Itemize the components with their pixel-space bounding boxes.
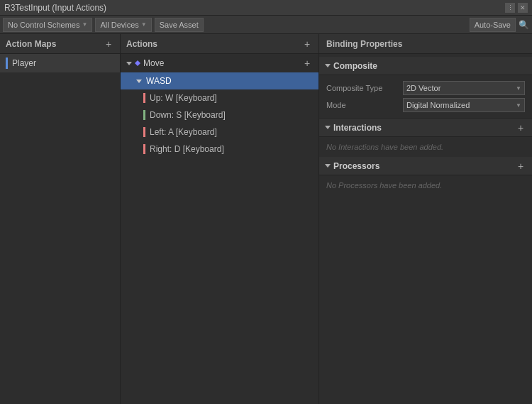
binding-properties-panel: Binding Properties Composite Composite T… [319, 34, 532, 404]
toolbar: No Control Schemes ▼ All Devices ▼ Save … [0, 16, 532, 34]
main-content: Action Maps + Player Actions + Move + [0, 34, 532, 404]
composite-mode-row: Mode Digital Normalized ▼ [326, 97, 525, 114]
action-maps-title: Action Maps [6, 39, 56, 49]
composite-section-title: Composite [333, 61, 377, 71]
control-schemes-chevron: ▼ [82, 21, 88, 28]
more-options-button[interactable]: ⋮ [505, 3, 515, 13]
interactions-header-left: Interactions [325, 123, 382, 133]
toolbar-search: Auto-Save 🔍 [470, 18, 529, 32]
action-map-item[interactable]: Player [0, 54, 120, 72]
composite-section-header: Composite [319, 57, 532, 75]
action-map-label: Player [12, 58, 36, 68]
action-item-wasd[interactable]: WASD [121, 72, 318, 89]
composite-type-dropdown[interactable]: 2D Vector ▼ [403, 81, 525, 95]
interactions-section-title: Interactions [333, 123, 382, 133]
all-devices-button[interactable]: All Devices ▼ [95, 18, 151, 32]
action-item-down[interactable]: Down: S [Keyboard] [121, 107, 318, 124]
processors-content: No Processors have been added. [319, 175, 532, 195]
processors-expand-icon [325, 164, 331, 168]
binding-color-up [143, 93, 145, 103]
processors-header-left: Processors [325, 161, 379, 171]
composite-mode-label: Mode [326, 101, 397, 109]
actions-title: Actions [126, 39, 157, 49]
processors-empty-text: No Processors have been added. [319, 175, 532, 195]
title-bar-left: R3TestInput (Input Actions) [4, 3, 106, 13]
add-processor-button[interactable]: + [515, 160, 526, 172]
composite-mode-arrow: ▼ [516, 102, 521, 109]
add-action-button[interactable]: + [301, 38, 313, 50]
action-group-color-indicator [135, 60, 140, 66]
binding-color-right [143, 144, 145, 154]
action-maps-header: Action Maps + [0, 34, 120, 54]
action-map-list: Player [0, 54, 120, 404]
composite-expand-icon [325, 64, 331, 67]
composite-section-content: Composite Type 2D Vector ▼ Mode Digital … [319, 75, 532, 119]
search-icon: 🔍 [519, 20, 529, 30]
action-group-move[interactable]: Move + [121, 54, 318, 72]
interactions-content: No Interactions have been added. [319, 137, 532, 157]
binding-properties-title: Binding Properties [326, 39, 402, 49]
title-bar-controls: ⋮ ✕ [505, 3, 528, 13]
action-right-label: Right: D [Keyboard] [150, 144, 224, 154]
composite-header-left: Composite [325, 61, 377, 71]
no-control-schemes-button[interactable]: No Control Schemes ▼ [3, 18, 92, 32]
action-down-label: Down: S [Keyboard] [150, 110, 226, 120]
action-up-label: Up: W [Keyboard] [150, 93, 217, 103]
binding-content: Composite Composite Type 2D Vector ▼ Mod… [319, 54, 532, 404]
actions-panel: Actions + Move + WASD Up: W [Keyboard] [121, 34, 319, 404]
title-bar: R3TestInput (Input Actions) ⋮ ✕ [0, 0, 532, 16]
close-button[interactable]: ✕ [518, 3, 528, 13]
binding-color-down [143, 110, 145, 120]
composite-type-value: 2D Vector [406, 84, 440, 92]
all-devices-label: All Devices [100, 21, 138, 29]
no-control-schemes-label: No Control Schemes [8, 21, 80, 29]
auto-save-button[interactable]: Auto-Save [470, 18, 516, 32]
all-devices-chevron: ▼ [141, 21, 147, 28]
processors-section-title: Processors [333, 161, 379, 171]
action-maps-panel: Action Maps + Player [0, 34, 121, 404]
action-left-label: Left: A [Keyboard] [150, 127, 217, 137]
interactions-expand-icon [325, 126, 331, 129]
composite-type-row: Composite Type 2D Vector ▼ [326, 80, 525, 97]
processors-section-header: Processors + [319, 157, 532, 175]
add-interaction-button[interactable]: + [515, 122, 526, 133]
interactions-empty-text: No Interactions have been added. [319, 137, 532, 157]
interactions-section-header: Interactions + [319, 119, 532, 137]
add-binding-button[interactable]: + [301, 58, 313, 69]
action-item-up[interactable]: Up: W [Keyboard] [121, 89, 318, 107]
save-asset-button[interactable]: Save Asset [155, 18, 204, 32]
window-title: R3TestInput (Input Actions) [4, 3, 106, 13]
action-wasd-label: WASD [146, 76, 172, 86]
save-asset-label: Save Asset [160, 21, 199, 29]
map-color-indicator [6, 58, 8, 69]
action-list: Move + WASD Up: W [Keyboard] Down: S [Ke… [121, 54, 318, 404]
composite-type-label: Composite Type [326, 84, 397, 92]
wasd-expand-icon [136, 80, 142, 83]
action-item-right[interactable]: Right: D [Keyboard] [121, 141, 318, 158]
auto-save-label: Auto-Save [475, 21, 511, 29]
add-action-map-button[interactable]: + [103, 38, 114, 50]
composite-type-arrow: ▼ [516, 85, 521, 92]
binding-properties-header: Binding Properties [319, 34, 532, 54]
composite-mode-dropdown[interactable]: Digital Normalized ▼ [403, 98, 525, 112]
action-item-left[interactable]: Left: A [Keyboard] [121, 124, 318, 141]
binding-color-left [143, 127, 145, 137]
composite-mode-value: Digital Normalized [406, 101, 470, 109]
expand-icon [126, 62, 132, 65]
actions-header: Actions + [121, 34, 318, 54]
action-group-label: Move [143, 58, 299, 68]
